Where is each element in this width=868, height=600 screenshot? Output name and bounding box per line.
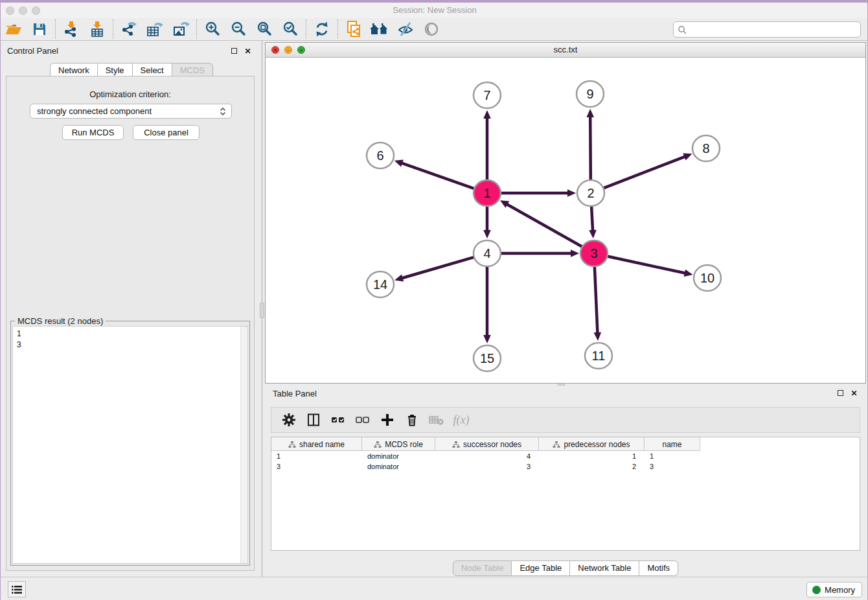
table-row[interactable]: 1dominator411 [271, 451, 700, 461]
graph-node-6[interactable]: 6 [367, 143, 394, 168]
table-panel-close-button[interactable]: ✕ [850, 389, 858, 397]
table-cell[interactable]: dominator [362, 461, 435, 472]
window-minimize-button[interactable] [19, 6, 27, 15]
result-scrollbar[interactable] [240, 327, 247, 563]
graph-edge-1-6[interactable] [401, 163, 474, 189]
graph-node-4[interactable]: 4 [474, 240, 501, 266]
first-neighbors-button[interactable] [367, 19, 393, 40]
task-history-button[interactable] [8, 581, 26, 597]
network-minimize-button[interactable]: − [284, 46, 292, 54]
open-folder-icon [5, 21, 23, 38]
close-panel-button[interactable]: Close panel [133, 125, 200, 140]
graph-edge-2-8[interactable] [604, 156, 686, 188]
network-window-title: scc.txt [266, 43, 865, 57]
zoom-in-button[interactable] [200, 19, 225, 40]
export-table-button[interactable] [142, 19, 168, 40]
network-window-titlebar[interactable]: ✕ − + scc.txt [266, 43, 865, 58]
network-maximize-button[interactable]: + [297, 46, 305, 54]
table-tab-node-table[interactable]: Node Table [453, 560, 512, 576]
control-panel-close-button[interactable]: ✕ [244, 47, 252, 55]
table-cell[interactable]: 1 [539, 451, 645, 461]
refresh-button[interactable] [309, 19, 335, 40]
table-row[interactable]: 3dominator323 [271, 461, 700, 472]
table-cell[interactable]: 1 [645, 451, 700, 461]
trash-icon [405, 413, 419, 427]
copy-network-button[interactable] [341, 19, 367, 40]
export-image-button[interactable] [168, 19, 194, 40]
import-network-button[interactable] [58, 19, 84, 40]
control-panel-float-button[interactable] [230, 47, 238, 55]
table-cell[interactable]: 3 [645, 461, 700, 472]
graph-node-15[interactable]: 15 [474, 345, 501, 371]
splitter-grip[interactable] [260, 303, 264, 318]
mcds-result-textarea[interactable]: 1 3 [12, 326, 248, 564]
graph-node-9[interactable]: 9 [577, 81, 604, 107]
column-header-name[interactable]: name [645, 437, 700, 451]
table-cell[interactable]: 4 [435, 451, 539, 461]
open-session-button[interactable] [1, 19, 27, 40]
show-columns-button[interactable] [301, 409, 326, 431]
table-cell[interactable]: 3 [271, 461, 362, 472]
hierarchy-icon [452, 441, 460, 448]
column-header-predecessor-nodes[interactable]: predecessor nodes [539, 437, 645, 451]
graph-node-1[interactable]: 1 [474, 180, 501, 206]
eye-slash-icon [396, 21, 415, 38]
import-table-button[interactable] [84, 19, 110, 40]
graph-arrowhead [394, 274, 404, 281]
table-cell[interactable]: 1 [271, 451, 362, 461]
table-cell[interactable]: 2 [539, 461, 645, 472]
graph-edge-3-10[interactable] [608, 256, 686, 273]
graph-node-3[interactable]: 3 [580, 240, 608, 266]
graph-node-2[interactable]: 2 [577, 180, 604, 206]
select-all-rows-button[interactable] [326, 409, 350, 431]
graph-arrowhead [594, 332, 602, 341]
search-field[interactable] [673, 21, 861, 38]
add-column-button[interactable] [375, 409, 400, 431]
network-close-button[interactable]: ✕ [271, 46, 279, 54]
column-header-successor-nodes[interactable]: successor nodes [435, 437, 539, 451]
vertical-splitter[interactable] [260, 41, 264, 577]
memory-button[interactable]: Memory [806, 582, 862, 597]
graph-edge-3-1[interactable] [507, 204, 582, 247]
window-zoom-button[interactable] [32, 6, 40, 15]
table-tab-edge-table[interactable]: Edge Table [512, 560, 570, 576]
graph-node-11[interactable]: 11 [585, 343, 612, 369]
graph-edge-2-3[interactable] [591, 207, 593, 231]
search-input[interactable] [689, 23, 860, 36]
graph-node-10[interactable]: 10 [694, 265, 721, 291]
hide-selected-button[interactable] [393, 19, 418, 40]
graph-node-label: 4 [483, 246, 490, 260]
criterion-select[interactable]: strongly connected component [30, 104, 232, 119]
column-header-MCDS-role[interactable]: MCDS role [362, 437, 435, 451]
zoom-selected-button[interactable] [277, 19, 303, 40]
run-mcds-button[interactable]: Run MCDS [62, 125, 124, 140]
table-cell[interactable]: dominator [362, 451, 435, 461]
graph-edge-2-9[interactable] [590, 116, 591, 179]
delete-column-button[interactable] [400, 409, 424, 431]
table-settings-button[interactable] [277, 409, 301, 431]
function-builder-button[interactable]: f(x) [449, 409, 474, 431]
window-close-button[interactable] [6, 6, 14, 15]
network-canvas[interactable]: 7968124314101511 [266, 58, 865, 383]
table-tab-motifs[interactable]: Motifs [639, 560, 678, 576]
table-tab-network-table[interactable]: Network Table [570, 560, 639, 576]
graph-node-7[interactable]: 7 [474, 82, 501, 108]
node-table[interactable]: shared nameMCDS rolesuccessor nodesprede… [271, 437, 860, 551]
column-header-shared-name[interactable]: shared name [271, 437, 362, 451]
network-graph: 7968124314101511 [266, 58, 865, 383]
show-hidden-button[interactable] [418, 19, 444, 40]
export-network-button[interactable] [116, 19, 142, 40]
deselect-all-rows-button[interactable] [350, 409, 375, 431]
graph-arrowhead [483, 335, 491, 343]
graph-node-14[interactable]: 14 [367, 271, 394, 297]
graph-node-8[interactable]: 8 [692, 135, 720, 161]
delete-table-button[interactable] [424, 409, 449, 431]
table-cell[interactable]: 3 [435, 461, 539, 472]
zoom-fit-button[interactable] [251, 19, 277, 40]
graph-edge-3-11[interactable] [595, 267, 598, 334]
graph-edge-4-14[interactable] [402, 257, 474, 279]
zoom-out-button[interactable] [225, 19, 251, 40]
table-panel-float-button[interactable] [836, 389, 845, 397]
save-session-button[interactable] [27, 19, 52, 40]
zoom-fit-icon [256, 21, 273, 38]
